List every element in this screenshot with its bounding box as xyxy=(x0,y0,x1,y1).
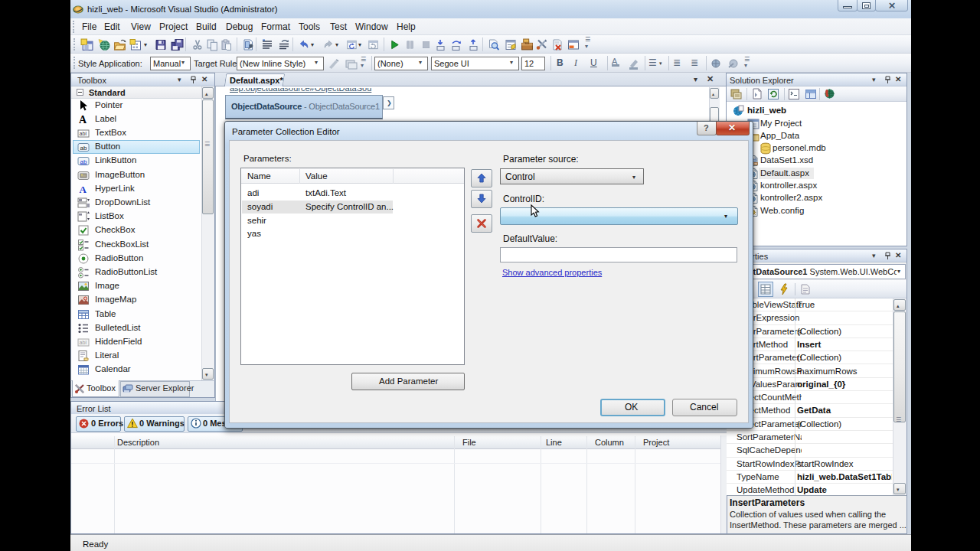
svg-text:ab: ab xyxy=(80,158,87,165)
svg-text:abl: abl xyxy=(80,131,87,136)
svg-text:abl: abl xyxy=(80,340,87,345)
svg-text:A: A xyxy=(80,183,87,194)
svg-text:ab: ab xyxy=(80,145,87,152)
svg-text:A: A xyxy=(79,114,87,126)
